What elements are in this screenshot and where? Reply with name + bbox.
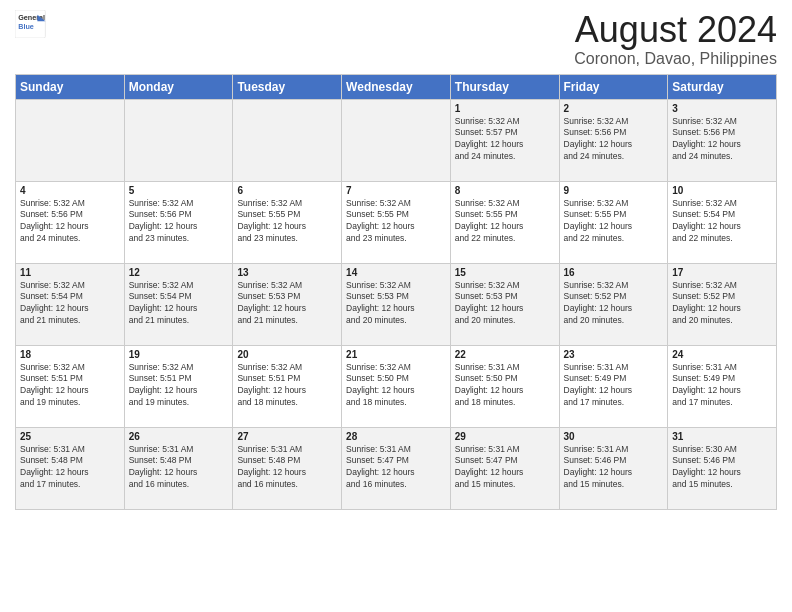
day-info: Sunrise: 5:32 AM Sunset: 5:51 PM Dayligh… [237, 362, 337, 410]
day-info: Sunrise: 5:32 AM Sunset: 5:51 PM Dayligh… [129, 362, 229, 410]
day-info: Sunrise: 5:32 AM Sunset: 5:51 PM Dayligh… [20, 362, 120, 410]
week-row-5: 25Sunrise: 5:31 AM Sunset: 5:48 PM Dayli… [16, 427, 777, 509]
day-number: 24 [672, 349, 772, 360]
week-row-4: 18Sunrise: 5:32 AM Sunset: 5:51 PM Dayli… [16, 345, 777, 427]
day-cell: 8Sunrise: 5:32 AM Sunset: 5:55 PM Daylig… [450, 181, 559, 263]
day-info: Sunrise: 5:32 AM Sunset: 5:54 PM Dayligh… [20, 280, 120, 328]
day-info: Sunrise: 5:31 AM Sunset: 5:49 PM Dayligh… [564, 362, 664, 410]
day-cell: 20Sunrise: 5:32 AM Sunset: 5:51 PM Dayli… [233, 345, 342, 427]
day-number: 8 [455, 185, 555, 196]
day-number: 18 [20, 349, 120, 360]
day-number: 1 [455, 103, 555, 114]
day-number: 28 [346, 431, 446, 442]
day-cell: 13Sunrise: 5:32 AM Sunset: 5:53 PM Dayli… [233, 263, 342, 345]
day-number: 10 [672, 185, 772, 196]
day-info: Sunrise: 5:30 AM Sunset: 5:46 PM Dayligh… [672, 444, 772, 492]
weekday-header-sunday: Sunday [16, 74, 125, 99]
week-row-1: 1Sunrise: 5:32 AM Sunset: 5:57 PM Daylig… [16, 99, 777, 181]
day-number: 7 [346, 185, 446, 196]
day-number: 15 [455, 267, 555, 278]
weekday-header-wednesday: Wednesday [342, 74, 451, 99]
day-cell: 6Sunrise: 5:32 AM Sunset: 5:55 PM Daylig… [233, 181, 342, 263]
week-row-3: 11Sunrise: 5:32 AM Sunset: 5:54 PM Dayli… [16, 263, 777, 345]
day-info: Sunrise: 5:32 AM Sunset: 5:55 PM Dayligh… [564, 198, 664, 246]
day-number: 19 [129, 349, 229, 360]
weekday-header-thursday: Thursday [450, 74, 559, 99]
subtitle: Coronon, Davao, Philippines [574, 50, 777, 68]
day-number: 21 [346, 349, 446, 360]
day-number: 13 [237, 267, 337, 278]
day-cell: 23Sunrise: 5:31 AM Sunset: 5:49 PM Dayli… [559, 345, 668, 427]
day-info: Sunrise: 5:32 AM Sunset: 5:54 PM Dayligh… [129, 280, 229, 328]
day-number: 5 [129, 185, 229, 196]
day-number: 11 [20, 267, 120, 278]
day-info: Sunrise: 5:32 AM Sunset: 5:55 PM Dayligh… [237, 198, 337, 246]
logo-icon: General Blue [15, 10, 47, 38]
day-number: 4 [20, 185, 120, 196]
day-info: Sunrise: 5:32 AM Sunset: 5:56 PM Dayligh… [672, 116, 772, 164]
main-title: August 2024 [574, 10, 777, 50]
day-cell: 30Sunrise: 5:31 AM Sunset: 5:46 PM Dayli… [559, 427, 668, 509]
day-number: 29 [455, 431, 555, 442]
day-info: Sunrise: 5:31 AM Sunset: 5:50 PM Dayligh… [455, 362, 555, 410]
day-cell [124, 99, 233, 181]
day-cell: 2Sunrise: 5:32 AM Sunset: 5:56 PM Daylig… [559, 99, 668, 181]
day-cell: 25Sunrise: 5:31 AM Sunset: 5:48 PM Dayli… [16, 427, 125, 509]
day-info: Sunrise: 5:32 AM Sunset: 5:55 PM Dayligh… [455, 198, 555, 246]
day-number: 26 [129, 431, 229, 442]
day-number: 9 [564, 185, 664, 196]
day-cell: 4Sunrise: 5:32 AM Sunset: 5:56 PM Daylig… [16, 181, 125, 263]
day-cell: 18Sunrise: 5:32 AM Sunset: 5:51 PM Dayli… [16, 345, 125, 427]
day-info: Sunrise: 5:31 AM Sunset: 5:47 PM Dayligh… [346, 444, 446, 492]
day-number: 23 [564, 349, 664, 360]
day-cell: 3Sunrise: 5:32 AM Sunset: 5:56 PM Daylig… [668, 99, 777, 181]
day-number: 2 [564, 103, 664, 114]
day-cell: 16Sunrise: 5:32 AM Sunset: 5:52 PM Dayli… [559, 263, 668, 345]
day-cell: 15Sunrise: 5:32 AM Sunset: 5:53 PM Dayli… [450, 263, 559, 345]
header: General Blue August 2024 Coronon, Davao,… [15, 10, 777, 68]
day-cell: 31Sunrise: 5:30 AM Sunset: 5:46 PM Dayli… [668, 427, 777, 509]
day-cell: 17Sunrise: 5:32 AM Sunset: 5:52 PM Dayli… [668, 263, 777, 345]
day-number: 16 [564, 267, 664, 278]
weekday-header-saturday: Saturday [668, 74, 777, 99]
day-cell [233, 99, 342, 181]
day-info: Sunrise: 5:31 AM Sunset: 5:48 PM Dayligh… [129, 444, 229, 492]
day-info: Sunrise: 5:32 AM Sunset: 5:53 PM Dayligh… [237, 280, 337, 328]
weekday-header-row: SundayMondayTuesdayWednesdayThursdayFrid… [16, 74, 777, 99]
day-number: 3 [672, 103, 772, 114]
day-cell: 10Sunrise: 5:32 AM Sunset: 5:54 PM Dayli… [668, 181, 777, 263]
weekday-header-tuesday: Tuesday [233, 74, 342, 99]
day-cell: 14Sunrise: 5:32 AM Sunset: 5:53 PM Dayli… [342, 263, 451, 345]
day-info: Sunrise: 5:32 AM Sunset: 5:54 PM Dayligh… [672, 198, 772, 246]
day-info: Sunrise: 5:31 AM Sunset: 5:47 PM Dayligh… [455, 444, 555, 492]
day-info: Sunrise: 5:32 AM Sunset: 5:56 PM Dayligh… [564, 116, 664, 164]
title-section: August 2024 Coronon, Davao, Philippines [574, 10, 777, 68]
main-container: General Blue August 2024 Coronon, Davao,… [0, 0, 792, 515]
day-info: Sunrise: 5:32 AM Sunset: 5:56 PM Dayligh… [20, 198, 120, 246]
day-info: Sunrise: 5:32 AM Sunset: 5:57 PM Dayligh… [455, 116, 555, 164]
day-cell: 12Sunrise: 5:32 AM Sunset: 5:54 PM Dayli… [124, 263, 233, 345]
day-info: Sunrise: 5:32 AM Sunset: 5:52 PM Dayligh… [564, 280, 664, 328]
day-info: Sunrise: 5:31 AM Sunset: 5:46 PM Dayligh… [564, 444, 664, 492]
day-info: Sunrise: 5:32 AM Sunset: 5:53 PM Dayligh… [455, 280, 555, 328]
day-cell: 24Sunrise: 5:31 AM Sunset: 5:49 PM Dayli… [668, 345, 777, 427]
day-number: 6 [237, 185, 337, 196]
weekday-header-friday: Friday [559, 74, 668, 99]
day-info: Sunrise: 5:32 AM Sunset: 5:52 PM Dayligh… [672, 280, 772, 328]
day-info: Sunrise: 5:31 AM Sunset: 5:49 PM Dayligh… [672, 362, 772, 410]
day-number: 31 [672, 431, 772, 442]
day-cell: 19Sunrise: 5:32 AM Sunset: 5:51 PM Dayli… [124, 345, 233, 427]
day-cell: 7Sunrise: 5:32 AM Sunset: 5:55 PM Daylig… [342, 181, 451, 263]
day-info: Sunrise: 5:31 AM Sunset: 5:48 PM Dayligh… [20, 444, 120, 492]
day-number: 25 [20, 431, 120, 442]
day-number: 17 [672, 267, 772, 278]
day-info: Sunrise: 5:32 AM Sunset: 5:55 PM Dayligh… [346, 198, 446, 246]
week-row-2: 4Sunrise: 5:32 AM Sunset: 5:56 PM Daylig… [16, 181, 777, 263]
day-cell: 29Sunrise: 5:31 AM Sunset: 5:47 PM Dayli… [450, 427, 559, 509]
day-cell: 26Sunrise: 5:31 AM Sunset: 5:48 PM Dayli… [124, 427, 233, 509]
day-cell: 1Sunrise: 5:32 AM Sunset: 5:57 PM Daylig… [450, 99, 559, 181]
day-info: Sunrise: 5:31 AM Sunset: 5:48 PM Dayligh… [237, 444, 337, 492]
day-cell: 9Sunrise: 5:32 AM Sunset: 5:55 PM Daylig… [559, 181, 668, 263]
day-cell [342, 99, 451, 181]
day-number: 30 [564, 431, 664, 442]
